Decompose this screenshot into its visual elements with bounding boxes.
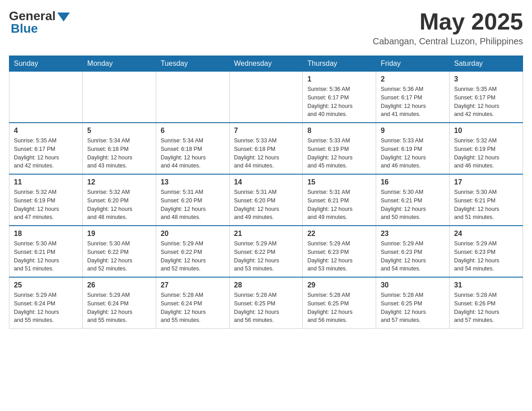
calendar-cell	[229, 72, 303, 123]
day-info: Sunrise: 5:35 AM Sunset: 6:17 PM Dayligh…	[454, 85, 518, 119]
calendar-cell: 4Sunrise: 5:35 AM Sunset: 6:17 PM Daylig…	[9, 123, 83, 174]
weekday-header-thursday: Thursday	[303, 56, 376, 72]
day-info: Sunrise: 5:32 AM Sunset: 6:19 PM Dayligh…	[454, 137, 518, 170]
day-number: 26	[87, 281, 151, 289]
day-info: Sunrise: 5:32 AM Sunset: 6:19 PM Dayligh…	[14, 188, 78, 222]
day-number: 11	[14, 178, 78, 186]
day-info: Sunrise: 5:30 AM Sunset: 6:21 PM Dayligh…	[454, 188, 518, 222]
day-number: 4	[14, 127, 78, 135]
calendar-cell	[156, 72, 229, 123]
day-info: Sunrise: 5:33 AM Sunset: 6:18 PM Dayligh…	[234, 137, 298, 170]
logo: General Blue	[9, 9, 70, 36]
day-number: 30	[381, 281, 445, 289]
week-row-1: 1Sunrise: 5:36 AM Sunset: 6:17 PM Daylig…	[9, 72, 523, 123]
day-info: Sunrise: 5:33 AM Sunset: 6:19 PM Dayligh…	[307, 137, 371, 170]
day-info: Sunrise: 5:29 AM Sunset: 6:24 PM Dayligh…	[87, 291, 151, 325]
day-number: 23	[381, 230, 445, 238]
day-number: 19	[87, 230, 151, 238]
day-info: Sunrise: 5:28 AM Sunset: 6:25 PM Dayligh…	[234, 291, 298, 325]
day-number: 10	[454, 127, 518, 135]
day-info: Sunrise: 5:29 AM Sunset: 6:23 PM Dayligh…	[381, 240, 445, 273]
day-number: 28	[234, 281, 298, 289]
week-row-3: 11Sunrise: 5:32 AM Sunset: 6:19 PM Dayli…	[9, 174, 523, 226]
day-info: Sunrise: 5:34 AM Sunset: 6:18 PM Dayligh…	[161, 137, 225, 170]
day-info: Sunrise: 5:34 AM Sunset: 6:18 PM Dayligh…	[87, 137, 151, 170]
day-info: Sunrise: 5:33 AM Sunset: 6:19 PM Dayligh…	[381, 137, 445, 170]
day-number: 16	[381, 178, 445, 186]
day-info: Sunrise: 5:30 AM Sunset: 6:22 PM Dayligh…	[87, 240, 151, 273]
day-number: 17	[454, 178, 518, 186]
location-text: Cabangan, Central Luzon, Philippines	[373, 36, 523, 47]
weekday-header-saturday: Saturday	[450, 56, 523, 72]
weekday-header-sunday: Sunday	[9, 56, 83, 72]
weekday-header-wednesday: Wednesday	[229, 56, 303, 72]
day-number: 15	[307, 178, 371, 186]
calendar-cell	[82, 72, 156, 123]
day-number: 24	[454, 230, 518, 238]
calendar-cell: 16Sunrise: 5:30 AM Sunset: 6:21 PM Dayli…	[376, 174, 450, 226]
calendar-cell: 17Sunrise: 5:30 AM Sunset: 6:21 PM Dayli…	[450, 174, 523, 226]
calendar-cell: 13Sunrise: 5:31 AM Sunset: 6:20 PM Dayli…	[156, 174, 229, 226]
calendar-cell: 12Sunrise: 5:32 AM Sunset: 6:20 PM Dayli…	[82, 174, 156, 226]
weekday-header-row: SundayMondayTuesdayWednesdayThursdayFrid…	[9, 56, 523, 72]
calendar-cell: 7Sunrise: 5:33 AM Sunset: 6:18 PM Daylig…	[229, 123, 303, 174]
day-info: Sunrise: 5:31 AM Sunset: 6:21 PM Dayligh…	[307, 188, 371, 222]
day-info: Sunrise: 5:32 AM Sunset: 6:20 PM Dayligh…	[87, 188, 151, 222]
day-info: Sunrise: 5:30 AM Sunset: 6:21 PM Dayligh…	[14, 240, 78, 273]
calendar-cell: 27Sunrise: 5:28 AM Sunset: 6:24 PM Dayli…	[156, 277, 229, 329]
day-number: 1	[307, 75, 371, 83]
calendar-cell: 15Sunrise: 5:31 AM Sunset: 6:21 PM Dayli…	[303, 174, 376, 226]
weekday-header-tuesday: Tuesday	[156, 56, 229, 72]
day-info: Sunrise: 5:30 AM Sunset: 6:21 PM Dayligh…	[381, 188, 445, 222]
calendar-cell: 14Sunrise: 5:31 AM Sunset: 6:20 PM Dayli…	[229, 174, 303, 226]
day-info: Sunrise: 5:28 AM Sunset: 6:26 PM Dayligh…	[454, 291, 518, 325]
day-number: 7	[234, 127, 298, 135]
day-info: Sunrise: 5:29 AM Sunset: 6:23 PM Dayligh…	[454, 240, 518, 273]
day-number: 20	[161, 230, 225, 238]
month-year-title: May 2025	[373, 9, 523, 34]
day-info: Sunrise: 5:29 AM Sunset: 6:24 PM Dayligh…	[14, 291, 78, 325]
calendar-cell: 19Sunrise: 5:30 AM Sunset: 6:22 PM Dayli…	[82, 226, 156, 277]
page-header: General Blue May 2025 Cabangan, Central …	[9, 9, 523, 47]
day-info: Sunrise: 5:31 AM Sunset: 6:20 PM Dayligh…	[234, 188, 298, 222]
calendar-cell: 2Sunrise: 5:36 AM Sunset: 6:17 PM Daylig…	[376, 72, 450, 123]
day-number: 18	[14, 230, 78, 238]
calendar-cell: 9Sunrise: 5:33 AM Sunset: 6:19 PM Daylig…	[376, 123, 450, 174]
day-number: 25	[14, 281, 78, 289]
day-info: Sunrise: 5:31 AM Sunset: 6:20 PM Dayligh…	[161, 188, 225, 222]
day-number: 5	[87, 127, 151, 135]
day-number: 31	[454, 281, 518, 289]
day-number: 14	[234, 178, 298, 186]
day-number: 29	[307, 281, 371, 289]
week-row-5: 25Sunrise: 5:29 AM Sunset: 6:24 PM Dayli…	[9, 277, 523, 329]
calendar-cell: 5Sunrise: 5:34 AM Sunset: 6:18 PM Daylig…	[82, 123, 156, 174]
title-section: May 2025 Cabangan, Central Luzon, Philip…	[373, 9, 523, 47]
day-info: Sunrise: 5:36 AM Sunset: 6:17 PM Dayligh…	[381, 85, 445, 119]
day-number: 2	[381, 75, 445, 83]
calendar-table: SundayMondayTuesdayWednesdayThursdayFrid…	[9, 56, 523, 329]
logo-triangle-icon	[57, 13, 70, 21]
day-number: 22	[307, 230, 371, 238]
logo-blue-text: Blue	[9, 21, 38, 36]
week-row-4: 18Sunrise: 5:30 AM Sunset: 6:21 PM Dayli…	[9, 226, 523, 277]
calendar-cell: 24Sunrise: 5:29 AM Sunset: 6:23 PM Dayli…	[450, 226, 523, 277]
calendar-cell: 25Sunrise: 5:29 AM Sunset: 6:24 PM Dayli…	[9, 277, 83, 329]
day-info: Sunrise: 5:36 AM Sunset: 6:17 PM Dayligh…	[307, 85, 371, 119]
day-number: 27	[161, 281, 225, 289]
day-number: 13	[161, 178, 225, 186]
calendar-cell: 28Sunrise: 5:28 AM Sunset: 6:25 PM Dayli…	[229, 277, 303, 329]
day-number: 8	[307, 127, 371, 135]
day-number: 3	[454, 75, 518, 83]
day-info: Sunrise: 5:29 AM Sunset: 6:22 PM Dayligh…	[161, 240, 225, 273]
calendar-cell: 22Sunrise: 5:29 AM Sunset: 6:23 PM Dayli…	[303, 226, 376, 277]
calendar-cell: 1Sunrise: 5:36 AM Sunset: 6:17 PM Daylig…	[303, 72, 376, 123]
day-info: Sunrise: 5:29 AM Sunset: 6:23 PM Dayligh…	[307, 240, 371, 273]
week-row-2: 4Sunrise: 5:35 AM Sunset: 6:17 PM Daylig…	[9, 123, 523, 174]
calendar-cell: 23Sunrise: 5:29 AM Sunset: 6:23 PM Dayli…	[376, 226, 450, 277]
day-number: 12	[87, 178, 151, 186]
calendar-cell: 6Sunrise: 5:34 AM Sunset: 6:18 PM Daylig…	[156, 123, 229, 174]
day-info: Sunrise: 5:28 AM Sunset: 6:25 PM Dayligh…	[307, 291, 371, 325]
day-info: Sunrise: 5:28 AM Sunset: 6:24 PM Dayligh…	[161, 291, 225, 325]
calendar-cell: 10Sunrise: 5:32 AM Sunset: 6:19 PM Dayli…	[450, 123, 523, 174]
calendar-cell: 31Sunrise: 5:28 AM Sunset: 6:26 PM Dayli…	[450, 277, 523, 329]
